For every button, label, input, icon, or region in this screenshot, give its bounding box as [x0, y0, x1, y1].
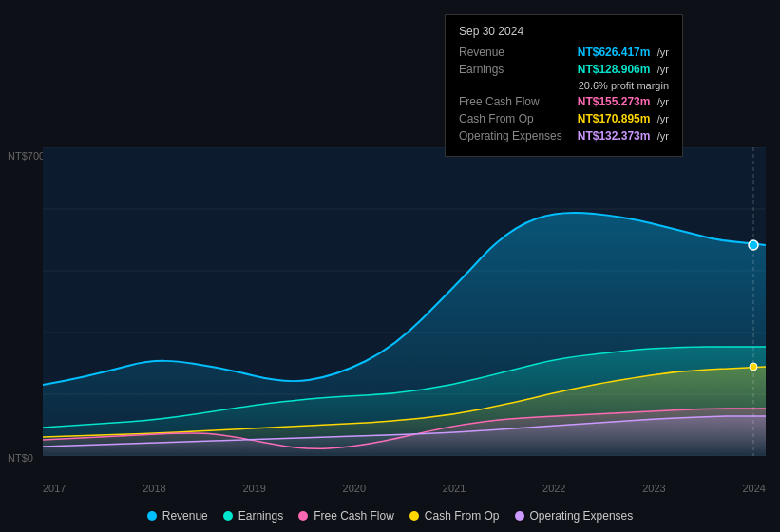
x-label-2024: 2024	[742, 483, 765, 494]
x-label-2023: 2023	[642, 483, 665, 494]
chart-legend: Revenue Earnings Free Cash Flow Cash Fro…	[0, 509, 780, 522]
tooltip-revenue-row: Revenue NT$626.417m /yr	[459, 46, 669, 59]
tooltip-fcf-value: NT$155.273m	[578, 95, 651, 108]
tooltip-revenue-period: /yr	[657, 47, 669, 58]
tooltip-earnings-label: Earnings	[459, 63, 504, 76]
tooltip-fcf-period: /yr	[657, 96, 669, 107]
x-label-2019: 2019	[242, 483, 265, 494]
tooltip-opex-row: Operating Expenses NT$132.373m /yr	[459, 129, 669, 142]
x-label-2020: 2020	[343, 483, 366, 494]
legend-item-fcf[interactable]: Free Cash Flow	[298, 509, 394, 522]
tooltip-revenue-value: NT$626.417m	[578, 46, 651, 59]
legend-label-earnings: Earnings	[238, 509, 283, 522]
tooltip-cfo-row: Cash From Op NT$170.895m /yr	[459, 112, 669, 125]
tooltip-profit-margin: 20.6% profit margin	[579, 80, 669, 91]
legend-label-opex: Operating Expenses	[530, 509, 634, 522]
x-axis: 2017 2018 2019 2020 2021 2022 2023 2024	[43, 483, 766, 494]
legend-label-cfo: Cash From Op	[425, 509, 500, 522]
x-label-2021: 2021	[443, 483, 466, 494]
legend-item-revenue[interactable]: Revenue	[147, 509, 208, 522]
x-label-2022: 2022	[542, 483, 565, 494]
tooltip-cfo-label: Cash From Op	[459, 112, 534, 125]
tooltip-earnings-period: /yr	[657, 64, 669, 75]
svg-point-9	[750, 363, 757, 370]
tooltip-date: Sep 30 2024	[459, 25, 669, 38]
chart-container: Sep 30 2024 Revenue NT$626.417m /yr Earn…	[0, 0, 780, 532]
tooltip-fcf-row: Free Cash Flow NT$155.273m /yr	[459, 95, 669, 108]
tooltip-earnings-row: Earnings NT$128.906m /yr	[459, 63, 669, 76]
legend-dot-earnings	[223, 511, 233, 521]
tooltip-cfo-value: NT$170.895m	[578, 112, 651, 125]
legend-label-fcf: Free Cash Flow	[314, 509, 394, 522]
legend-item-earnings[interactable]: Earnings	[223, 509, 283, 522]
tooltip-opex-value: NT$132.373m	[578, 129, 651, 142]
legend-dot-revenue	[147, 511, 157, 521]
svg-point-8	[749, 240, 758, 250]
chart-svg	[43, 147, 766, 456]
legend-dot-cfo	[409, 511, 419, 521]
legend-dot-fcf	[298, 511, 308, 521]
x-label-2018: 2018	[143, 483, 165, 494]
tooltip-opex-period: /yr	[657, 130, 669, 142]
tooltip-revenue-label: Revenue	[459, 46, 504, 59]
legend-item-cfo[interactable]: Cash From Op	[409, 509, 500, 522]
tooltip-profit-margin-row: 20.6% profit margin	[459, 80, 669, 91]
tooltip-opex-label: Operating Expenses	[459, 129, 562, 142]
tooltip-cfo-period: /yr	[657, 113, 669, 124]
tooltip-fcf-label: Free Cash Flow	[459, 95, 540, 108]
tooltip: Sep 30 2024 Revenue NT$626.417m /yr Earn…	[445, 14, 683, 157]
y-axis-bottom-label: NT$0	[8, 452, 33, 464]
x-label-2017: 2017	[43, 483, 66, 494]
legend-label-revenue: Revenue	[162, 509, 208, 522]
legend-item-opex[interactable]: Operating Expenses	[515, 509, 634, 522]
tooltip-earnings-value: NT$128.906m	[578, 63, 651, 76]
legend-dot-opex	[515, 511, 524, 521]
